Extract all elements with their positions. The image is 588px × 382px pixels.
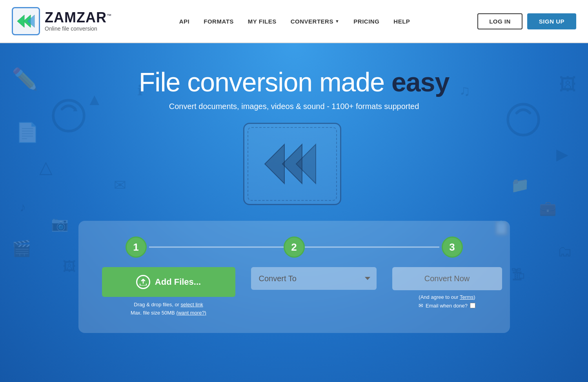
drag-text-size: Max. file size 50MB xyxy=(131,310,176,316)
logo-trademark: ™ xyxy=(107,13,112,18)
svg-marker-8 xyxy=(296,144,316,184)
step-3-num: 3 xyxy=(449,241,455,253)
bg-icon-video-left: 📷 xyxy=(51,216,69,232)
bg-icon-email: ✉ xyxy=(114,176,126,194)
converters-chevron-icon: ▼ xyxy=(335,19,339,24)
logo-name: ZAMZAR xyxy=(45,9,107,25)
conversion-form: 1 2 3 Add Files... xyxy=(78,221,510,333)
add-files-label: Add Files... xyxy=(155,277,201,287)
bg-icon-folder: 📁 xyxy=(511,176,529,194)
bg-icon-arrow-up: ▲ xyxy=(86,90,103,109)
hero-title-part2: conversion xyxy=(187,67,312,97)
form-col-convert-now: Convert Now (And agree to our Terms) ✉ E… xyxy=(392,267,502,309)
signup-button[interactable]: SIGN UP xyxy=(527,13,576,29)
step-1-bubble: 1 xyxy=(126,236,147,258)
nav-help[interactable]: HELP xyxy=(393,18,410,25)
bg-icon-refresh xyxy=(51,98,86,129)
logo-text-area: ZAMZAR™ Online file conversion xyxy=(45,11,112,32)
svg-point-5 xyxy=(508,104,539,135)
bg-icon-img: 🖼 xyxy=(63,259,76,274)
svg-point-3 xyxy=(53,100,84,131)
logo-subtitle: Online file conversion xyxy=(45,25,112,32)
form-col-add-files: Add Files... Drag & drop files, or selec… xyxy=(102,267,235,317)
select-link[interactable]: select link xyxy=(181,302,203,307)
hero-subtitle: Convert documents, images, videos & soun… xyxy=(169,102,419,111)
zamzar-logo-svg xyxy=(16,13,36,29)
bg-icon-briefcase: 💼 xyxy=(539,200,557,216)
login-button[interactable]: LOG IN xyxy=(477,13,522,29)
agree-prefix: (And agree to our xyxy=(419,294,460,300)
center-sketch-logo xyxy=(243,123,345,209)
bg-icon-pencil: ✏️ xyxy=(12,67,38,91)
main-nav: API FORMATS MY FILES CONVERTERS ▼ PRICIN… xyxy=(179,18,410,25)
svg-marker-7 xyxy=(282,144,302,184)
svg-marker-4 xyxy=(73,107,77,111)
logo-area: ZAMZAR™ Online file conversion xyxy=(12,7,112,35)
form-col-convert-to: Convert To MP4 MP3 PDF JPG PNG DOC DOCX … xyxy=(251,267,377,290)
add-files-button[interactable]: Add Files... xyxy=(102,267,235,297)
email-row: ✉ Email when done? xyxy=(419,302,475,309)
bg-icon-play-right: ▶ xyxy=(556,145,568,163)
nav-pricing[interactable]: PRICING xyxy=(353,18,379,25)
nav-formats[interactable]: FORMATS xyxy=(204,18,234,25)
drag-drop-text: Drag & drop files, or select link Max. f… xyxy=(131,301,206,317)
hero-title: File conversion made easy xyxy=(139,67,449,97)
header: ZAMZAR™ Online file conversion API FORMA… xyxy=(0,0,588,43)
bg-icon-image-right: 🖼 xyxy=(559,75,576,94)
nav-my-files[interactable]: MY FILES xyxy=(248,18,277,25)
email-label: Email when done? xyxy=(426,303,468,309)
terms-link[interactable]: Terms xyxy=(460,294,473,300)
form-row: Add Files... Drag & drop files, or selec… xyxy=(102,267,486,317)
want-more-link[interactable]: (want more?) xyxy=(176,310,206,316)
sketch-box xyxy=(243,123,341,205)
hero-title-part1: File xyxy=(139,67,187,97)
auth-area: LOG IN SIGN UP xyxy=(477,13,576,29)
bg-icon-file-left: 📄 xyxy=(16,122,39,144)
agree-suffix: ) xyxy=(473,294,475,300)
step-1-num: 1 xyxy=(133,241,138,253)
nav-api[interactable]: API xyxy=(179,18,190,25)
upload-icon xyxy=(136,275,150,289)
logo-title: ZAMZAR™ xyxy=(45,11,112,25)
logo-icon xyxy=(12,7,40,35)
email-checkbox[interactable] xyxy=(470,303,475,308)
bg-icon-music-note: ♫ xyxy=(459,82,471,99)
step-3-bubble: 3 xyxy=(442,236,463,258)
agree-text: (And agree to our Terms) xyxy=(419,294,475,300)
step-2-num: 2 xyxy=(291,241,297,253)
bg-icon-music: ♪ xyxy=(20,200,26,215)
nav-converters[interactable]: CONVERTERS ▼ xyxy=(291,18,340,25)
convert-to-wrapper: Convert To MP4 MP3 PDF JPG PNG DOC DOCX … xyxy=(251,267,377,290)
svg-marker-6 xyxy=(265,144,284,184)
email-icon: ✉ xyxy=(419,302,423,309)
nav-converters-label: CONVERTERS xyxy=(291,18,333,25)
upload-arrow-icon xyxy=(139,278,147,286)
steps-row: 1 2 3 xyxy=(102,236,486,258)
bg-icon-zip: 🗜 xyxy=(511,267,525,283)
bg-icon-mov: 🎬 xyxy=(12,239,31,258)
convert-now-label: Convert Now xyxy=(424,274,470,283)
convert-now-button[interactable]: Convert Now xyxy=(392,267,502,290)
bg-icon-refresh-right xyxy=(506,102,541,133)
hero-section: ✏️ 📄 △ ✉ ▲ ♪ 📷 🎬 🖼 ℹ 👤 🖼 ▶ 📁 💼 📋 🗂 ♫ 🗜 F… xyxy=(0,43,588,382)
bg-icon-archive: 🗂 xyxy=(557,243,572,260)
bg-icon-triangle: △ xyxy=(39,157,53,177)
convert-to-select[interactable]: Convert To MP4 MP3 PDF JPG PNG DOC DOCX … xyxy=(251,267,377,290)
sketch-arrows-svg xyxy=(261,138,324,189)
step-2-bubble: 2 xyxy=(284,236,305,258)
hero-title-part3: made xyxy=(312,67,391,97)
drag-text-prefix: Drag & drop files, or xyxy=(134,302,180,307)
hero-title-part4: easy xyxy=(391,67,449,97)
